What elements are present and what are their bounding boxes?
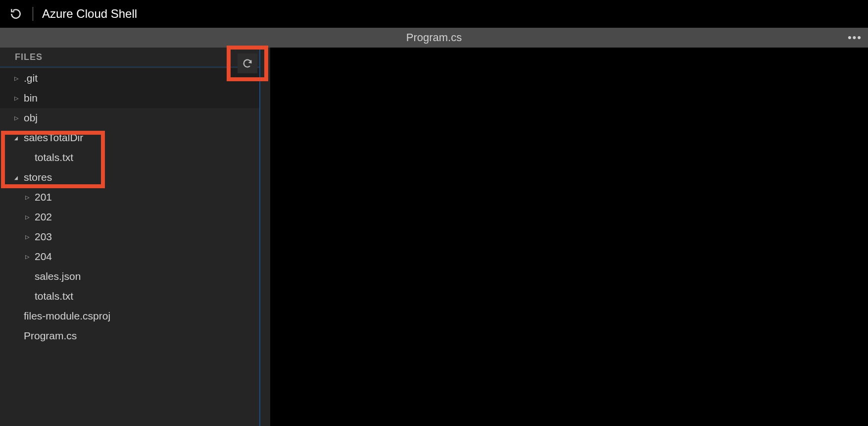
- tree-item-program-cs[interactable]: Program.cs: [0, 326, 259, 346]
- file-explorer-sidebar: FILES ▷.git▷bin▷obj◢salesTotalDirtotals.…: [0, 48, 260, 426]
- tree-item-label: bin: [24, 92, 38, 104]
- editor-gutter: [263, 48, 270, 426]
- main-area: FILES ▷.git▷bin▷obj◢salesTotalDirtotals.…: [0, 48, 868, 426]
- tree-item-label: sales.json: [35, 270, 81, 282]
- tab-title[interactable]: Program.cs: [406, 31, 462, 44]
- tree-item-label: obj: [24, 112, 38, 124]
- tree-item-totals-txt[interactable]: totals.txt: [0, 148, 259, 167]
- refresh-icon: [242, 58, 253, 69]
- tree-item-203[interactable]: ▷203: [0, 227, 259, 247]
- tree-item-sales-json[interactable]: sales.json: [0, 266, 259, 286]
- app-title: Azure Cloud Shell: [42, 7, 137, 21]
- tree-item-label: 204: [35, 251, 52, 263]
- tree-item-totals-txt[interactable]: totals.txt: [0, 286, 259, 306]
- tree-item-bin[interactable]: ▷bin: [0, 88, 259, 108]
- tab-bar: Program.cs •••: [0, 28, 868, 48]
- header-divider: [33, 7, 33, 21]
- tree-item-stores[interactable]: ◢stores: [0, 167, 259, 187]
- tree-item--git[interactable]: ▷.git: [0, 68, 259, 88]
- tree-item-label: 202: [35, 211, 52, 223]
- tab-more-button[interactable]: •••: [848, 31, 862, 44]
- chevron-right-icon: ▷: [23, 194, 32, 201]
- chevron-right-icon: ▷: [23, 214, 32, 220]
- chevron-right-icon: ▷: [23, 234, 32, 240]
- files-panel-header: FILES: [0, 48, 259, 67]
- tree-item-201[interactable]: ▷201: [0, 187, 259, 207]
- chevron-right-icon: ▷: [12, 95, 21, 102]
- chevron-down-icon: ◢: [12, 175, 20, 180]
- files-panel-label: FILES: [15, 52, 43, 62]
- files-refresh-button[interactable]: [238, 53, 257, 73]
- tree-item-204[interactable]: ▷204: [0, 247, 259, 266]
- tree-item-label: .git: [24, 72, 38, 84]
- tree-item-label: 201: [35, 191, 52, 203]
- tree-item-salestotaldir[interactable]: ◢salesTotalDir: [0, 128, 259, 148]
- tree-item-label: Program.cs: [24, 330, 77, 342]
- tree-item-label: totals.txt: [35, 290, 73, 302]
- chevron-down-icon: ◢: [12, 135, 20, 141]
- tree-item-label: 203: [35, 231, 52, 243]
- app-header: Azure Cloud Shell: [0, 0, 868, 28]
- tree-item-files-module-csproj[interactable]: files-module.csproj: [0, 306, 259, 326]
- editor-area[interactable]: [260, 48, 868, 426]
- tree-item-label: salesTotalDir: [24, 132, 83, 144]
- refresh-icon: [9, 7, 22, 20]
- tree-item-label: stores: [24, 171, 52, 183]
- chevron-right-icon: ▷: [12, 75, 21, 82]
- tree-item-label: files-module.csproj: [24, 310, 110, 322]
- tree-item-202[interactable]: ▷202: [0, 207, 259, 227]
- file-tree[interactable]: ▷.git▷bin▷obj◢salesTotalDirtotals.txt◢st…: [0, 67, 259, 426]
- header-refresh-button[interactable]: [8, 6, 24, 22]
- tree-item-label: totals.txt: [35, 152, 73, 163]
- chevron-right-icon: ▷: [23, 254, 32, 260]
- chevron-right-icon: ▷: [12, 115, 21, 121]
- tree-item-obj[interactable]: ▷obj: [0, 108, 259, 128]
